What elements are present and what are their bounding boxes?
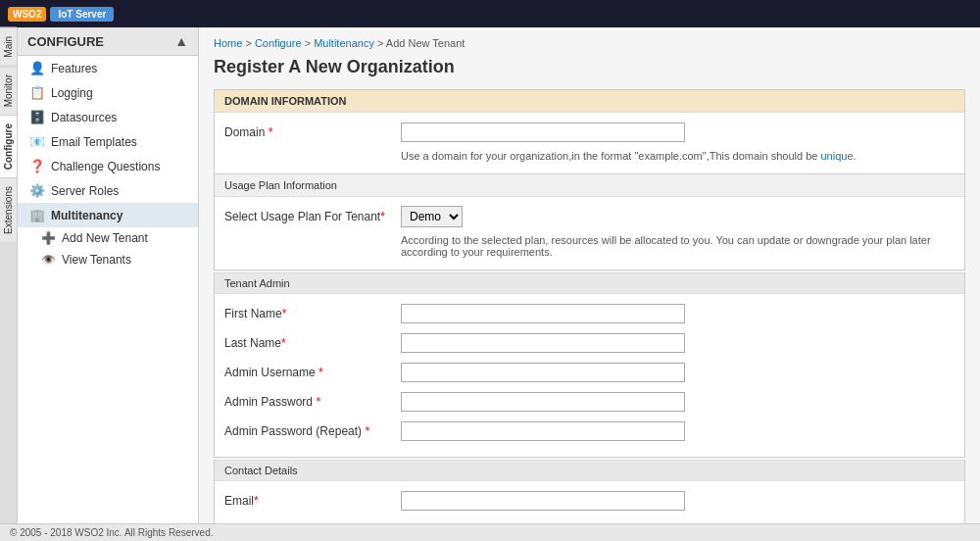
sidebar-item-email-templates[interactable]: 📧 Email Templates [18, 129, 198, 154]
admin-password-repeat-label: Admin Password (Repeat) * [224, 424, 401, 438]
admin-password-input[interactable] [401, 392, 685, 412]
email-input-container [401, 491, 685, 511]
view-tenants-icon: 👁️ [41, 253, 56, 267]
wso2-logo: WSO2 [8, 7, 46, 22]
datasources-icon: 🗄️ [29, 110, 45, 124]
domain-input-container [401, 123, 685, 142]
logo: WSO2 IoT Server [8, 7, 114, 22]
main-content: Home > Configure > Multitenancy > Add Ne… [199, 27, 980, 541]
usage-section: Usage Plan Information Select Usage Plan… [214, 174, 965, 270]
admin-username-input[interactable] [401, 363, 685, 382]
features-icon: 👤 [29, 61, 45, 75]
multitenancy-icon: 🏢 [29, 208, 45, 222]
breadcrumb-sep2: > [305, 37, 314, 49]
sidebar-item-datasources[interactable]: 🗄️ Datasources [18, 105, 198, 129]
last-name-input-container [401, 333, 685, 353]
edge-tab-extensions[interactable]: Extensions [0, 177, 17, 242]
sidebar-item-multitenancy[interactable]: 🏢 Multitenancy [18, 203, 198, 227]
topbar: WSO2 IoT Server [0, 0, 980, 27]
breadcrumb-multitenancy[interactable]: Multitenancy [314, 37, 374, 49]
sidebar-label-add-tenant: Add New Tenant [62, 231, 148, 245]
sidebar-subitem-view-tenants[interactable]: 👁️ View Tenants [18, 249, 198, 270]
sidebar-label-view-tenants: View Tenants [62, 253, 131, 267]
first-name-row: First Name* [224, 302, 955, 325]
first-name-label: First Name* [224, 307, 401, 320]
admin-username-row: Admin Username * [224, 361, 955, 384]
first-name-input[interactable] [401, 304, 685, 323]
tenant-admin-section: Tenant Admin First Name* Last Name* [214, 272, 965, 458]
sidebar-header: CONFIGURE ▲ [18, 27, 198, 56]
sidebar-label-datasources: Datasources [51, 111, 117, 124]
sidebar-label-server-roles: Server Roles [51, 184, 119, 198]
sidebar-item-logging[interactable]: 📋 Logging [18, 80, 198, 105]
usage-plan-label: Select Usage Plan For Tenant* [224, 210, 401, 223]
footer-text: © 2005 - 2018 WSO2 Inc. All Rights Reser… [10, 527, 213, 538]
email-input[interactable] [401, 491, 685, 511]
sidebar-label-challenge-questions: Challenge Questions [51, 160, 160, 173]
sidebar-label-features: Features [51, 62, 97, 75]
domain-section-body: Domain * Use a domain for your organizat… [215, 113, 964, 173]
tenant-admin-header: Tenant Admin [215, 272, 964, 294]
sidebar-subitem-add-tenant[interactable]: ➕ Add New Tenant [18, 227, 198, 249]
sidebar-label-email-templates: Email Templates [51, 135, 137, 149]
domain-hint: Use a domain for your organization,in th… [401, 150, 955, 162]
sidebar-collapse-button[interactable]: ▲ [174, 33, 188, 49]
breadcrumb-configure[interactable]: Configure [255, 37, 302, 49]
admin-username-input-container [401, 363, 685, 382]
footer: © 2005 - 2018 WSO2 Inc. All Rights Reser… [0, 523, 980, 541]
iot-server-logo: IoT Server [50, 7, 114, 22]
email-templates-icon: 📧 [29, 134, 45, 149]
breadcrumb-sep1: > [245, 37, 254, 49]
page-title: Register A New Organization [214, 57, 965, 77]
sidebar-item-server-roles[interactable]: ⚙️ Server Roles [18, 178, 198, 203]
first-name-input-container [401, 304, 685, 323]
breadcrumb: Home > Configure > Multitenancy > Add Ne… [214, 37, 965, 49]
edge-tabs: Main Monitor Configure Extensions [0, 27, 18, 541]
edge-tab-monitor[interactable]: Monitor [0, 66, 17, 115]
tenant-admin-body: First Name* Last Name* A [215, 294, 964, 457]
contact-section-header: Contact Details [215, 460, 964, 481]
edge-tab-configure[interactable]: Configure [0, 115, 17, 177]
add-tenant-icon: ➕ [41, 231, 56, 245]
last-name-input[interactable] [401, 333, 685, 353]
admin-password-repeat-input[interactable] [401, 421, 685, 441]
contact-section-body: Email* [215, 481, 964, 526]
last-name-row: Last Name* [224, 331, 955, 355]
usage-section-body: Select Usage Plan For Tenant* Demo Accor… [215, 197, 964, 270]
usage-section-header: Usage Plan Information [215, 174, 964, 197]
sidebar: CONFIGURE ▲ 👤 Features 📋 Logging 🗄️ Data… [18, 27, 199, 541]
challenge-questions-icon: ❓ [29, 159, 45, 173]
sidebar-item-features[interactable]: 👤 Features [18, 56, 198, 80]
admin-password-input-container [401, 392, 685, 412]
domain-section: DOMAIN INFORMATION Domain * Use a domain… [214, 89, 965, 174]
breadcrumb-current: Add New Tenant [386, 37, 466, 49]
domain-label: Domain * [224, 125, 401, 139]
breadcrumb-sep3: > [377, 37, 386, 49]
edge-tab-main[interactable]: Main [0, 27, 17, 66]
admin-password-repeat-row: Admin Password (Repeat) * [224, 419, 955, 443]
admin-password-row: Admin Password * [224, 390, 955, 414]
sidebar-label-logging: Logging [51, 86, 93, 100]
usage-plan-row: Select Usage Plan For Tenant* Demo [224, 205, 955, 228]
logging-icon: 📋 [29, 85, 45, 100]
email-row: Email* [224, 489, 955, 513]
usage-plan-hint: According to the selected plan, resource… [401, 234, 955, 258]
sidebar-item-challenge-questions[interactable]: ❓ Challenge Questions [18, 154, 198, 178]
domain-row: Domain * [224, 121, 955, 144]
sidebar-title: CONFIGURE [27, 34, 104, 49]
email-label: Email* [224, 494, 401, 508]
domain-section-header: DOMAIN INFORMATION [215, 90, 964, 113]
unique-link[interactable]: unique [820, 150, 853, 162]
domain-input[interactable] [401, 123, 685, 142]
last-name-label: Last Name* [224, 336, 401, 350]
sidebar-label-multitenancy: Multitenancy [51, 209, 122, 222]
layout: Main Monitor Configure Extensions CONFIG… [0, 27, 980, 541]
admin-username-label: Admin Username * [224, 366, 401, 379]
admin-password-label: Admin Password * [224, 395, 401, 409]
usage-plan-input-container: Demo [401, 206, 685, 227]
admin-password-repeat-input-container [401, 421, 685, 441]
contact-section: Contact Details Email* [214, 460, 965, 527]
usage-plan-select[interactable]: Demo [401, 206, 463, 227]
breadcrumb-home[interactable]: Home [214, 37, 242, 49]
server-roles-icon: ⚙️ [29, 183, 45, 198]
